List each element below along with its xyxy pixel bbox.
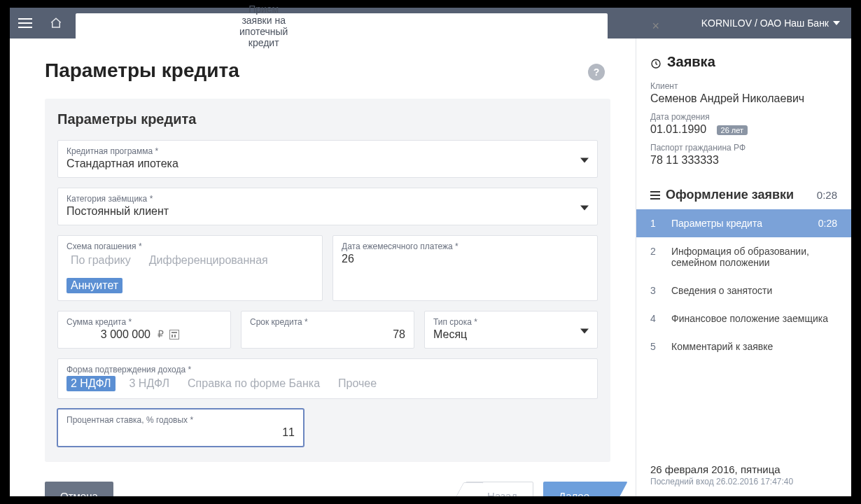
home-icon	[50, 17, 62, 29]
step-2[interactable]: 2 Информация об образовании, семейном по…	[636, 237, 851, 276]
currency-label: ₽	[158, 328, 164, 340]
sidebar-title: Заявка	[650, 54, 837, 70]
dob-label: Дата рождения	[650, 112, 837, 122]
user-menu[interactable]: KORNILOV / ОАО Наш Банк	[690, 18, 851, 29]
field-label: Дата ежемесячного платежа *	[342, 241, 589, 251]
payment-day-input[interactable]	[342, 253, 589, 265]
field-payment-day[interactable]: Дата ежемесячного платежа *	[332, 235, 598, 301]
field-value: Месяц	[433, 328, 589, 341]
field-label: Схема погашения *	[66, 241, 314, 251]
panel-credit-params: Параметры кредита Кредитная программа * …	[45, 99, 610, 462]
next-button[interactable]: Далее	[543, 482, 610, 496]
help-button[interactable]: ?	[588, 64, 605, 80]
field-label: Сумма кредита *	[66, 317, 222, 327]
income-option-other[interactable]: Прочее	[334, 376, 381, 391]
dob-value: 01.01.1990 26 лет	[650, 123, 837, 136]
step-4[interactable]: 4 Финансовое положение заемщика	[636, 304, 851, 332]
client-label: Клиент	[650, 81, 837, 91]
tab-application[interactable]: Прием заявки на ипотечный кредит ×	[76, 13, 608, 38]
process-title: Оформление заявки	[650, 188, 794, 202]
field-repay-scheme: Схема погашения * По графику Дифференцир…	[57, 235, 323, 301]
repay-option-schedule[interactable]: По графику	[66, 253, 135, 268]
client-name: Семенов Андрей Николаевич	[650, 92, 837, 105]
passport-label: Паспорт гражданина РФ	[650, 143, 837, 153]
list-icon	[650, 191, 660, 200]
repay-option-diff[interactable]: Дифференцированная	[145, 253, 272, 268]
field-value: Постоянный клиент	[66, 205, 589, 218]
field-label: Категория заёмщика *	[66, 194, 589, 204]
term-input[interactable]	[250, 328, 405, 341]
income-proof-segmented: 2 НДФЛ 3 НДФЛ Справка по форме Банка Про…	[66, 376, 589, 391]
user-label: KORNILOV / ОАО Наш Банк	[701, 18, 829, 29]
main-content: Параметры кредита ? Параметры кредита Кр…	[10, 38, 636, 496]
field-borrower-category[interactable]: Категория заёмщика * Постоянный клиент	[57, 188, 598, 225]
income-option-bankform[interactable]: Справка по форме Банка	[183, 376, 324, 391]
menu-button[interactable]	[10, 8, 41, 38]
repay-scheme-segmented: По графику Дифференцированная Аннуитет	[66, 253, 314, 293]
chevron-down-icon	[833, 21, 840, 25]
age-badge: 26 лет	[717, 125, 748, 135]
steps-list: 1 Параметры кредита 0:28 2 Информация об…	[636, 209, 851, 360]
step-3[interactable]: 3 Сведения о занятости	[636, 276, 851, 304]
back-button[interactable]: Назад	[465, 482, 533, 496]
step-5[interactable]: 5 Комментарий к заявке	[636, 332, 851, 360]
repay-option-annuity[interactable]: Аннуитет	[66, 278, 122, 293]
chevron-down-icon	[580, 329, 589, 334]
field-income-proof: Форма подтверждения дохода * 2 НДФЛ 3 НД…	[57, 358, 598, 399]
last-login: Последний вход 26.02.2016 17:47:40	[650, 477, 837, 486]
passport-value: 78 11 333333	[650, 154, 837, 167]
page-title: Параметры кредита	[45, 59, 610, 82]
field-term-type[interactable]: Тип срока * Месяц	[424, 311, 598, 349]
field-label: Процентная ставка, % годовых *	[66, 415, 295, 425]
field-amount[interactable]: Сумма кредита * ₽	[57, 311, 231, 349]
field-rate[interactable]: Процентная ставка, % годовых *	[57, 409, 304, 447]
edit-icon	[650, 57, 662, 68]
amount-input[interactable]	[66, 328, 150, 341]
footer-date: 26 февраля 2016, пятница	[650, 463, 837, 475]
field-value: Стандартная ипотека	[66, 158, 589, 170]
sidebar: Заявка Клиент Семенов Андрей Николаевич …	[636, 38, 851, 496]
rate-input[interactable]	[66, 426, 295, 439]
tab-close-button[interactable]: ×	[652, 20, 659, 32]
footer-actions: Отмена Назад Далее	[45, 482, 610, 496]
field-label: Срок кредита *	[250, 317, 405, 327]
process-timer: 0:28	[817, 189, 837, 201]
topbar: Прием заявки на ипотечный кредит × KORNI…	[10, 8, 851, 38]
income-option-3ndfl[interactable]: 3 НДФЛ	[125, 376, 174, 391]
chevron-down-icon	[580, 206, 589, 211]
field-term[interactable]: Срок кредита *	[241, 311, 414, 349]
field-credit-program[interactable]: Кредитная программа * Стандартная ипотек…	[57, 140, 598, 178]
hamburger-icon	[18, 18, 32, 28]
income-option-2ndfl[interactable]: 2 НДФЛ	[66, 376, 115, 391]
chevron-down-icon	[580, 158, 589, 163]
field-label: Форма подтверждения дохода *	[66, 365, 589, 374]
step-1[interactable]: 1 Параметры кредита 0:28	[636, 209, 851, 237]
panel-title: Параметры кредита	[57, 111, 598, 127]
cancel-button[interactable]: Отмена	[45, 482, 113, 496]
calculator-icon[interactable]	[169, 330, 179, 340]
field-label: Кредитная программа *	[66, 146, 589, 156]
field-label: Тип срока *	[433, 317, 589, 327]
home-button[interactable]	[41, 8, 71, 38]
